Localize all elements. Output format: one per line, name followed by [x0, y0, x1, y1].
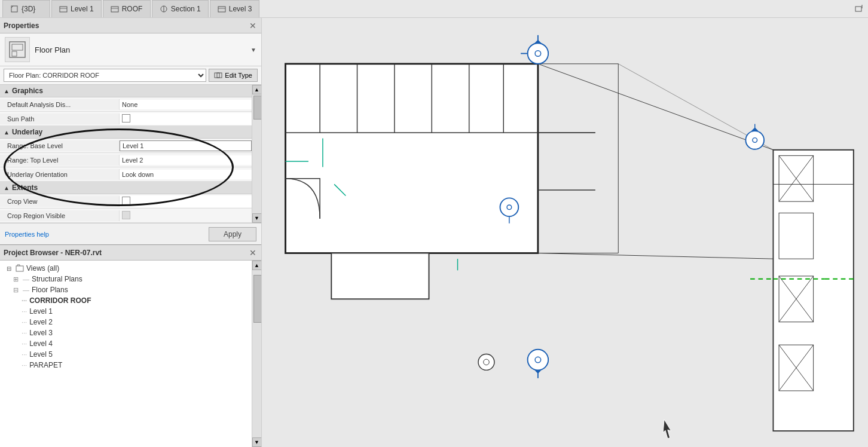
tab-level1[interactable]: Level 1 [51, 0, 102, 17]
properties-scrollbar[interactable]: ▲ ▼ [252, 85, 261, 223]
properties-close-button[interactable]: ✕ [248, 21, 258, 30]
svg-rect-2 [60, 7, 67, 12]
views-toggle-icon: ⊟ [5, 264, 13, 273]
svg-rect-19 [16, 266, 23, 271]
prop-value-orientation[interactable]: Look down [120, 170, 252, 179]
graphics-caret: ▲ [4, 88, 10, 94]
browser-level2[interactable]: ··· Level 2 [0, 317, 252, 327]
floor-plan-type-icon [7, 39, 27, 60]
parapet-label: PARAPET [29, 361, 62, 369]
structural-dash: — [23, 275, 29, 283]
browser-floor-plans[interactable]: ⊟ — Floor Plans [0, 284, 252, 295]
browser-corridor-roof[interactable]: ··· CORRIDOR ROOF [0, 295, 252, 306]
more-tabs-icon [855, 5, 863, 13]
prop-label-sunpath: Sun Path [0, 114, 120, 124]
browser-close-button[interactable]: ✕ [248, 248, 258, 258]
prop-value-analysis: None [120, 100, 252, 109]
extents-caret: ▲ [4, 185, 10, 191]
underlay-label: Underlay [12, 128, 42, 136]
prop-row-analysis: Default Analysis Dis... None [0, 97, 252, 112]
scroll-down-arrow[interactable]: ▼ [252, 213, 262, 223]
edit-type-icon [214, 71, 222, 79]
properties-help-link[interactable]: Properties help [5, 231, 49, 238]
plan-icon-1 [59, 5, 68, 13]
instance-dropdown[interactable]: Floor Plan: CORRIDOR ROOF [4, 69, 206, 82]
properties-header: Properties ✕ [0, 18, 261, 33]
browser-parapet[interactable]: ··· PARAPET [0, 360, 252, 371]
properties-panel: Properties ✕ Floor Plan ▼ Floor Plan: CO… [0, 18, 261, 245]
browser-scroll-up[interactable]: ▲ [252, 261, 262, 270]
prop-label-orientation: Underlay Orientation [0, 169, 120, 180]
left-panel: Properties ✕ Floor Plan ▼ Floor Plan: CO… [0, 18, 262, 447]
project-browser: Project Browser - NER-07.rvt ✕ ⊟ View [0, 245, 261, 447]
level3-label: Level 3 [29, 329, 53, 337]
svg-rect-24 [286, 64, 538, 253]
browser-level3[interactable]: ··· Level 3 [0, 327, 252, 338]
prop-label-top-level: Range: Top Level [0, 155, 120, 166]
prop-value-base-level[interactable]: Level 1 [120, 140, 252, 151]
edit-type-button[interactable]: Edit Type [209, 69, 258, 82]
floor-plan-drawing [262, 18, 868, 447]
prop-value-sunpath [120, 113, 252, 125]
svg-point-68 [753, 138, 757, 143]
type-dropdown-arrow[interactable]: ▼ [250, 47, 256, 53]
browser-level5[interactable]: ··· Level 5 [0, 349, 252, 360]
tab-roof[interactable]: ROOF [103, 0, 151, 17]
browser-scroll-down[interactable]: ▼ [252, 437, 262, 447]
prop-row-sunpath: Sun Path [0, 112, 252, 126]
main-area: Properties ✕ Floor Plan ▼ Floor Plan: CO… [0, 18, 868, 447]
prop-value-top-level[interactable]: Level 2 [120, 155, 252, 165]
svg-rect-4 [111, 7, 118, 12]
level4-label: Level 4 [29, 339, 53, 348]
browser-views-all[interactable]: ⊟ Views (all) [0, 263, 252, 274]
browser-level1[interactable]: ··· Level 1 [0, 306, 252, 317]
type-icon [5, 37, 30, 62]
sunpath-checkbox[interactable] [122, 114, 130, 123]
crop-region-checkbox[interactable] [122, 211, 130, 219]
prop-label-crop-view: Crop View [0, 196, 120, 207]
prop-row-crop-region: Crop Region Visible [0, 209, 252, 223]
properties-title: Properties [4, 22, 39, 30]
browser-scrollbar[interactable]: ▲ ▼ [252, 261, 261, 447]
section-graphics[interactable]: ▲ Graphics [0, 85, 252, 97]
properties-table: ▲ Graphics Default Analysis Dis... None [0, 85, 252, 223]
scroll-up-arrow[interactable]: ▲ [252, 85, 262, 94]
browser-level4[interactable]: ··· Level 4 [0, 338, 252, 349]
browser-header: Project Browser - NER-07.rvt ✕ [0, 245, 261, 261]
viewport[interactable] [262, 18, 868, 447]
properties-wrapper: ▲ Graphics Default Analysis Dis... None [0, 85, 261, 223]
svg-rect-10 [855, 7, 861, 11]
tab-3d[interactable]: {3D} [2, 0, 50, 17]
plan-icon-2 [111, 5, 119, 13]
extents-label: Extents [12, 183, 38, 192]
browser-structural-plans[interactable]: ⊞ — Structural Plans [0, 274, 252, 284]
section-extents[interactable]: ▲ Extents [0, 182, 252, 194]
svg-point-72 [535, 357, 541, 363]
tab-overflow[interactable] [850, 0, 868, 17]
type-selector-area: Floor Plan ▼ [0, 33, 261, 66]
apply-button[interactable]: Apply [209, 227, 256, 241]
views-all-label: Views (all) [26, 264, 59, 273]
level1-label: Level 1 [29, 307, 53, 316]
crop-view-checkbox[interactable] [122, 197, 130, 205]
tab-section1[interactable]: Section 1 [152, 0, 209, 17]
section-underlay[interactable]: ▲ Underlay [0, 126, 252, 139]
prop-row-crop-view: Crop View [0, 194, 252, 209]
prop-value-crop-view [120, 195, 252, 207]
prop-value-crop-region [120, 210, 252, 222]
svg-point-61 [535, 51, 541, 57]
3d-icon [10, 5, 19, 13]
prop-label-crop-region: Crop Region Visible [0, 210, 120, 221]
tab-level3[interactable]: Level 3 [210, 0, 260, 17]
level2-label: Level 2 [29, 318, 53, 326]
level4-dots: ··· [22, 340, 27, 347]
scroll-thumb[interactable] [253, 96, 261, 120]
floor-plans-dash: — [23, 286, 29, 293]
level5-label: Level 5 [29, 350, 53, 359]
svg-point-73 [478, 354, 494, 370]
browser-scroll-thumb[interactable] [253, 275, 261, 323]
svg-point-64 [507, 205, 512, 210]
type-name-label: Floor Plan [35, 45, 246, 54]
level2-dots: ··· [22, 319, 27, 326]
prop-label-base-level: Range: Base Level [0, 140, 120, 151]
